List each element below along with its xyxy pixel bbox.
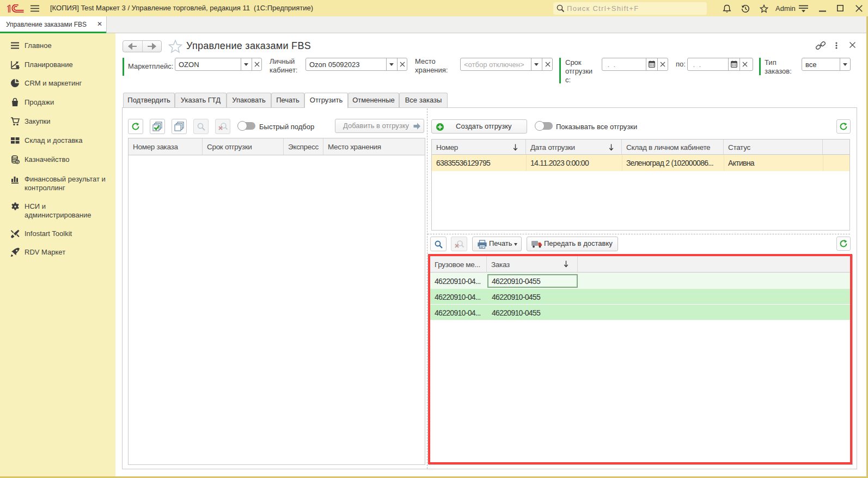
- svg-text:₽: ₽: [16, 160, 19, 164]
